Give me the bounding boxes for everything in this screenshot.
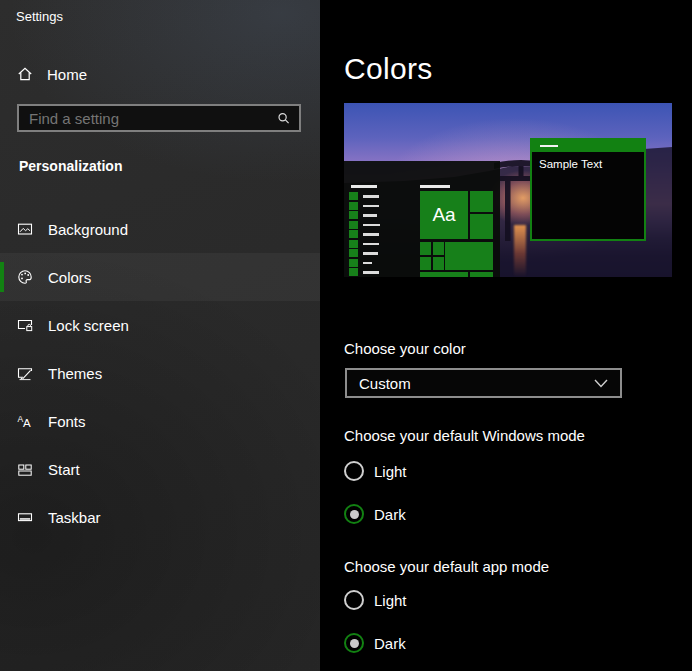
sidebar-item-themes[interactable]: Themes bbox=[0, 349, 320, 397]
radio-circle-unchecked[interactable] bbox=[344, 590, 364, 610]
sidebar-item-label: Start bbox=[48, 461, 80, 478]
sample-window-titlebar bbox=[532, 140, 644, 152]
sidebar-item-background[interactable]: Background bbox=[0, 205, 320, 253]
personalization-nav: Background Colors Lock screen bbox=[0, 205, 320, 541]
theme-preview-image: Aa Sample Text bbox=[344, 103, 672, 277]
start-tile bbox=[420, 272, 468, 277]
start-icon bbox=[17, 461, 33, 477]
start-list-square bbox=[349, 211, 358, 219]
search-icon[interactable] bbox=[276, 111, 291, 126]
themes-icon bbox=[17, 365, 33, 381]
start-list-line bbox=[363, 205, 379, 208]
section-heading-personalization: Personalization bbox=[19, 158, 122, 174]
start-tile bbox=[433, 242, 444, 255]
home-icon bbox=[17, 66, 33, 82]
start-tile bbox=[420, 257, 431, 270]
start-list-square bbox=[349, 259, 358, 267]
tiles-header-line bbox=[420, 185, 450, 188]
radio-label: Light bbox=[374, 463, 407, 480]
start-list-line bbox=[363, 252, 378, 255]
search-box[interactable] bbox=[17, 104, 301, 132]
water-reflection bbox=[514, 225, 526, 277]
radio-label: Light bbox=[374, 592, 407, 609]
color-palette-icon bbox=[17, 269, 33, 285]
start-list-square bbox=[349, 268, 358, 276]
start-list-square bbox=[349, 249, 358, 257]
app-mode-label: Choose your default app mode bbox=[344, 558, 549, 575]
taskbar-icon bbox=[17, 509, 33, 525]
dropdown-selected-value: Custom bbox=[359, 375, 411, 392]
lock-screen-icon bbox=[17, 317, 33, 333]
sidebar-item-lock-screen[interactable]: Lock screen bbox=[0, 301, 320, 349]
colors-settings-pane: Colors bbox=[320, 0, 692, 671]
page-title: Colors bbox=[344, 52, 433, 86]
sidebar-item-label: Colors bbox=[48, 269, 91, 286]
start-tile bbox=[470, 272, 493, 277]
radio-option-windows-light[interactable]: Light bbox=[344, 460, 407, 482]
chevron-down-icon bbox=[594, 379, 608, 388]
radio-option-windows-dark[interactable]: Dark bbox=[344, 503, 406, 525]
start-list-square bbox=[349, 192, 358, 200]
start-list-line bbox=[363, 195, 379, 198]
radio-option-app-dark[interactable]: Dark bbox=[344, 632, 406, 654]
sidebar-item-home[interactable]: Home bbox=[17, 62, 87, 86]
radio-circle-checked[interactable] bbox=[344, 504, 364, 524]
window-title: Settings bbox=[16, 9, 63, 24]
start-menu-header-line bbox=[351, 185, 377, 188]
sample-window-preview: Sample Text bbox=[530, 138, 646, 241]
start-tile bbox=[420, 242, 431, 255]
start-list-square bbox=[349, 230, 358, 238]
start-list-line bbox=[363, 243, 379, 246]
color-mode-dropdown[interactable]: Custom bbox=[345, 368, 622, 398]
sidebar-item-colors[interactable]: Colors bbox=[0, 253, 320, 301]
sidebar-item-start[interactable]: Start bbox=[0, 445, 320, 493]
radio-label: Dark bbox=[374, 506, 406, 523]
sidebar-item-label: Fonts bbox=[48, 413, 86, 430]
radio-option-app-light[interactable]: Light bbox=[344, 589, 407, 611]
start-tile bbox=[445, 242, 493, 270]
home-label: Home bbox=[47, 66, 87, 83]
sidebar-item-taskbar[interactable]: Taskbar bbox=[0, 493, 320, 541]
search-input[interactable] bbox=[19, 110, 276, 127]
start-menu-preview: Aa bbox=[344, 161, 500, 277]
start-tile-aa: Aa bbox=[420, 191, 468, 239]
svg-text:A: A bbox=[23, 417, 31, 429]
windows-mode-label: Choose your default Windows mode bbox=[344, 427, 585, 444]
start-list-line bbox=[363, 214, 377, 217]
start-list-square bbox=[349, 240, 358, 248]
sidebar-item-label: Lock screen bbox=[48, 317, 129, 334]
sidebar-item-label: Themes bbox=[48, 365, 102, 382]
start-list-square bbox=[349, 202, 358, 210]
background-image-icon bbox=[17, 221, 33, 237]
choose-color-label: Choose your color bbox=[344, 340, 466, 357]
start-list-line bbox=[363, 233, 379, 236]
sidebar-item-fonts[interactable]: A A Fonts bbox=[0, 397, 320, 445]
start-list-square bbox=[349, 221, 358, 229]
fonts-icon: A A bbox=[17, 413, 33, 429]
start-tile bbox=[433, 257, 444, 270]
start-list-line bbox=[363, 224, 380, 227]
start-list-line bbox=[363, 271, 379, 274]
radio-circle-unchecked[interactable] bbox=[344, 461, 364, 481]
settings-sidebar: Settings Home Personalization Background bbox=[0, 0, 320, 671]
radio-label: Dark bbox=[374, 635, 406, 652]
start-list-line bbox=[363, 262, 372, 265]
sample-window-text: Sample Text bbox=[532, 152, 644, 176]
sidebar-item-label: Taskbar bbox=[48, 509, 101, 526]
radio-circle-checked[interactable] bbox=[344, 633, 364, 653]
start-tile bbox=[470, 214, 493, 239]
start-tile bbox=[470, 191, 493, 212]
sidebar-item-label: Background bbox=[48, 221, 128, 238]
